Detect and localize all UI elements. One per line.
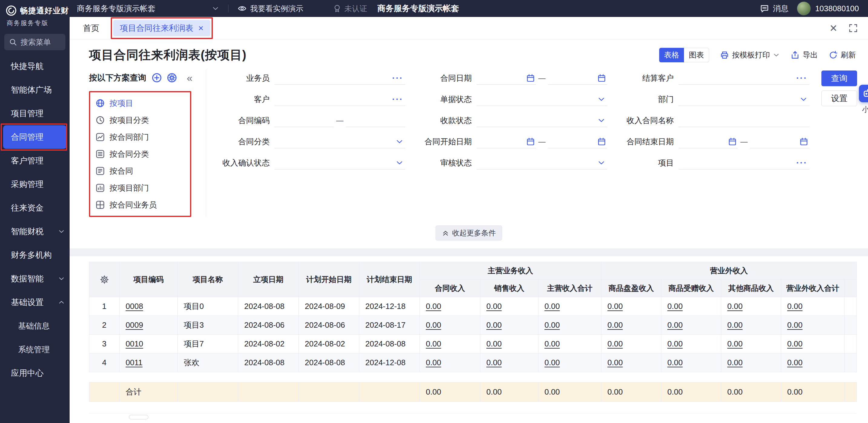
tab-home[interactable]: 首页 — [83, 23, 99, 34]
amount-link[interactable]: 0.00 — [668, 302, 683, 311]
horizontal-scrollbar-thumb[interactable] — [129, 415, 148, 419]
sidebar-item-basic-settings[interactable]: 基础设置 — [0, 290, 70, 314]
scheme-item-by-contract-category[interactable]: 按合同分类 — [90, 145, 190, 162]
sidebar-item-system-mgmt[interactable]: 系统管理 — [0, 338, 70, 361]
sidebar-item-finance-multi-org[interactable]: 财务多机构 — [0, 243, 70, 267]
receipt-status-select[interactable] — [477, 114, 608, 127]
sidebar-item-purchase-mgmt[interactable]: 采购管理 — [0, 172, 70, 196]
amount-link[interactable]: 0.00 — [668, 358, 683, 367]
contract-end-date-end-input[interactable] — [750, 135, 809, 148]
export-button[interactable]: 导出 — [790, 50, 818, 60]
project-code-link[interactable]: 0008 — [126, 302, 143, 311]
scheme-item-by-contract-salesman[interactable]: 按合同业务员 — [90, 196, 190, 213]
chevron-down-icon[interactable] — [773, 52, 780, 58]
ellipsis-picker-icon[interactable] — [392, 95, 403, 103]
demo-link[interactable]: 我要看实例演示 — [238, 4, 303, 13]
sidebar-item-basic-info[interactable]: 基础信息 — [0, 314, 70, 338]
contract-code-start-input[interactable] — [275, 114, 334, 127]
income-contract-name-input[interactable] — [679, 114, 809, 127]
amount-link[interactable]: 0.00 — [426, 320, 441, 329]
contract-start-date-end-input[interactable] — [548, 135, 608, 148]
refresh-button[interactable]: 刷新 — [829, 50, 856, 60]
scheme-item-by-project-dept[interactable]: 按项目部门 — [90, 180, 190, 196]
view-toggle-chart[interactable]: 图表 — [684, 48, 709, 62]
tab-contract-profit-report[interactable]: 项目合同往来利润表 — [113, 20, 210, 36]
amount-link[interactable]: 0.00 — [787, 320, 803, 329]
calendar-icon[interactable] — [800, 137, 808, 146]
collapse-panel-icon[interactable] — [187, 73, 192, 83]
calendar-icon[interactable] — [526, 137, 535, 146]
calendar-icon[interactable] — [728, 137, 737, 146]
amount-link[interactable]: 0.00 — [545, 302, 560, 311]
amount-link[interactable]: 0.00 — [787, 302, 803, 311]
project-code-link[interactable]: 0010 — [126, 339, 143, 348]
assistant-icon[interactable] — [859, 85, 868, 102]
scheme-item-by-project[interactable]: 按项目 — [90, 95, 190, 112]
amount-link[interactable]: 0.00 — [545, 320, 560, 329]
contract-start-date-start-input[interactable] — [477, 135, 536, 148]
account-set-selector[interactable]: 商务服务专版演示帐套 — [77, 3, 219, 14]
calendar-icon[interactable] — [526, 74, 535, 82]
sidebar-item-funds[interactable]: 往来资金 — [0, 196, 70, 220]
tab-close-icon[interactable] — [198, 24, 204, 33]
table-settings-gear-icon[interactable] — [100, 275, 109, 284]
scheme-item-by-project-category[interactable]: 按项目分类 — [90, 112, 190, 129]
amount-link[interactable]: 0.00 — [486, 358, 502, 367]
contract-code-end-input[interactable] — [346, 114, 405, 127]
amount-link[interactable]: 0.00 — [545, 339, 560, 348]
sidebar-item-smart-tax[interactable]: 智能财税 — [0, 220, 70, 243]
project-code-link[interactable]: 0011 — [126, 358, 143, 367]
settlement-customer-picker-input[interactable] — [679, 71, 809, 85]
amount-link[interactable]: 0.00 — [727, 358, 743, 367]
contract-end-date-start-input[interactable] — [679, 135, 738, 148]
sidebar-item-contract-mgmt[interactable]: 合同管理 — [3, 125, 67, 149]
scheme-settings-icon[interactable] — [167, 73, 177, 83]
amount-link[interactable]: 0.00 — [727, 320, 743, 329]
amount-link[interactable]: 0.00 — [426, 339, 441, 348]
amount-link[interactable]: 0.00 — [608, 302, 623, 311]
amount-link[interactable]: 0.00 — [486, 320, 502, 329]
salesman-picker-input[interactable] — [275, 71, 405, 85]
avatar[interactable] — [797, 1, 811, 15]
sidebar-search[interactable]: 搜索菜单 — [4, 34, 65, 50]
amount-link[interactable]: 0.00 — [608, 358, 623, 367]
audit-status-select[interactable] — [477, 156, 608, 169]
sidebar-item-project-mgmt[interactable]: 项目管理 — [0, 102, 70, 125]
scheme-item-by-contract-dept[interactable]: 按合同部门 — [90, 129, 190, 145]
amount-link[interactable]: 0.00 — [426, 302, 441, 311]
sidebar-item-app-center[interactable]: 应用中心 — [0, 361, 70, 385]
close-all-tabs-icon[interactable] — [830, 22, 837, 34]
query-button[interactable]: 查询 — [822, 70, 857, 86]
view-toggle-table[interactable]: 表格 — [659, 48, 684, 62]
messages-button[interactable]: 消息 — [760, 3, 788, 14]
contract-date-end-input[interactable] — [548, 71, 608, 85]
amount-link[interactable]: 0.00 — [668, 339, 683, 348]
ellipsis-picker-icon[interactable] — [796, 74, 807, 82]
calendar-icon[interactable] — [597, 74, 606, 82]
customer-picker-input[interactable] — [275, 93, 405, 106]
amount-link[interactable]: 0.00 — [608, 339, 623, 348]
sidebar-item-customer-mgmt[interactable]: 客户管理 — [0, 149, 70, 172]
print-by-template-button[interactable]: 按模板打印 — [720, 50, 780, 60]
ellipsis-picker-icon[interactable] — [796, 159, 807, 167]
doc-status-select[interactable] — [477, 93, 608, 106]
floating-assistant[interactable]: 小 — [857, 85, 868, 124]
amount-link[interactable]: 0.00 — [787, 358, 803, 367]
amount-link[interactable]: 0.00 — [426, 358, 441, 367]
sidebar-item-agent-plaza[interactable]: 智能体广场 — [0, 78, 70, 102]
scheme-item-by-contract[interactable]: 按合同 — [90, 162, 190, 180]
amount-link[interactable]: 0.00 — [486, 339, 502, 348]
collapse-more-conditions-button[interactable]: 收起更多条件 — [435, 225, 502, 240]
amount-link[interactable]: 0.00 — [727, 339, 743, 348]
settings-button[interactable]: 设置 — [822, 91, 857, 106]
add-scheme-icon[interactable] — [152, 73, 162, 83]
sidebar-item-quick-nav[interactable]: 快捷导航 — [0, 55, 70, 78]
cert-status[interactable]: 未认证 — [333, 4, 367, 13]
amount-link[interactable]: 0.00 — [486, 302, 502, 311]
sidebar-item-data-intelligence[interactable]: 数据智能 — [0, 267, 70, 290]
calendar-icon[interactable] — [597, 137, 606, 146]
project-picker-input[interactable] — [679, 156, 809, 169]
fullscreen-icon[interactable] — [849, 24, 858, 33]
ellipsis-picker-icon[interactable] — [392, 74, 403, 82]
contract-category-select[interactable] — [275, 135, 405, 148]
